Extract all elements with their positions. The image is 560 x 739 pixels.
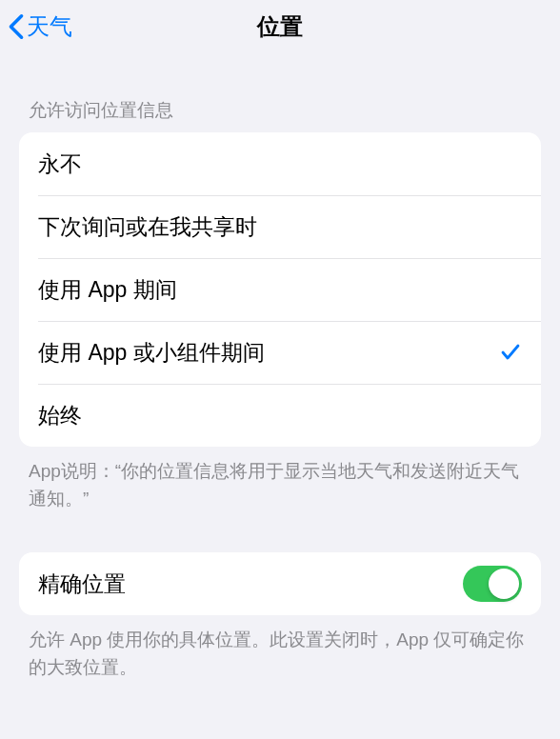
option-label: 永不 — [38, 150, 82, 179]
back-button[interactable]: 天气 — [8, 11, 72, 42]
precise-location-label: 精确位置 — [38, 569, 126, 599]
precise-location-group: 精确位置 — [19, 552, 541, 615]
location-access-options: 永不 下次询问或在我共享时 使用 App 期间 使用 App 或小组件期间 始终 — [19, 132, 541, 447]
option-while-using-app[interactable]: 使用 App 期间 — [19, 258, 541, 321]
section-footer-app-explanation: App说明：“你的位置信息将用于显示当地天气和发送附近天气通知。” — [0, 447, 560, 512]
section-footer-precise-location: 允许 App 使用你的具体位置。此设置关闭时，App 仅可确定你的大致位置。 — [0, 615, 560, 681]
option-label: 下次询问或在我共享时 — [38, 212, 257, 242]
option-label: 始终 — [38, 401, 82, 430]
option-label: 使用 App 或小组件期间 — [38, 338, 265, 368]
back-label: 天气 — [27, 11, 72, 42]
checkmark-icon — [499, 341, 522, 364]
option-while-using-app-or-widget[interactable]: 使用 App 或小组件期间 — [19, 321, 541, 384]
section-header-location-access: 允许访问位置信息 — [0, 52, 560, 132]
option-label: 使用 App 期间 — [38, 275, 177, 305]
toggle-knob — [489, 569, 519, 599]
option-never[interactable]: 永不 — [19, 132, 541, 195]
chevron-left-icon — [8, 13, 25, 40]
option-always[interactable]: 始终 — [19, 384, 541, 447]
page-title: 位置 — [257, 11, 303, 42]
nav-bar: 天气 位置 — [0, 0, 560, 52]
precise-location-row[interactable]: 精确位置 — [19, 552, 541, 615]
option-ask-next-time[interactable]: 下次询问或在我共享时 — [19, 195, 541, 258]
precise-location-toggle[interactable] — [463, 566, 522, 602]
